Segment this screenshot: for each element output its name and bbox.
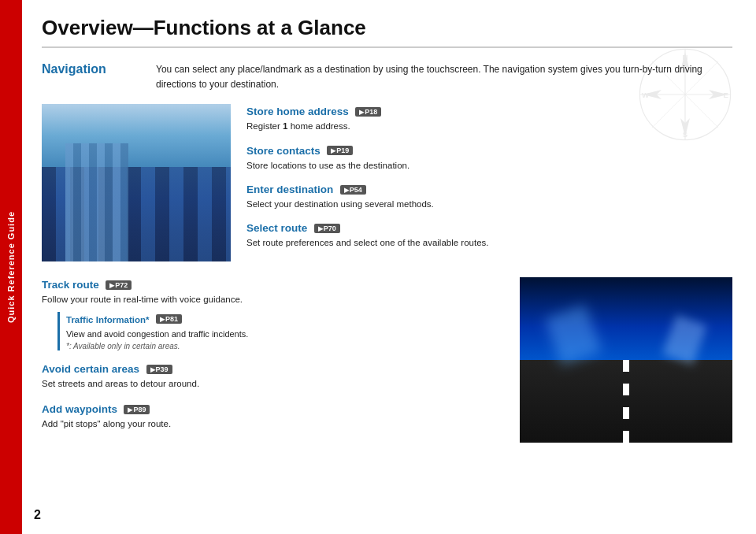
feature-add-waypoints: Add waypoints P89 Add "pit stops" along …: [42, 402, 504, 431]
sidebar-tab: Quick Reference Guide: [0, 0, 22, 534]
feature-title-track-route: Track route: [42, 279, 99, 291]
feature-store-contacts: Store contacts P19 Store locations to us…: [246, 143, 732, 172]
feature-title-enter-destination: Enter destination: [246, 184, 333, 195]
feature-badge-avoid-areas: P39: [146, 365, 172, 374]
feature-enter-destination: Enter destination P54 Select your destin…: [246, 182, 732, 211]
road-image: [520, 277, 732, 443]
feature-title-select-route: Select route: [246, 222, 307, 234]
feature-title-avoid-areas: Avoid certain areas: [42, 363, 139, 375]
svg-text:N: N: [683, 53, 688, 61]
feature-desc-store-contacts: Store locations to use as the destinatio…: [246, 159, 732, 172]
svg-text:W: W: [642, 91, 650, 99]
navigation-content: Store home address P18 Register 1 home a…: [42, 104, 732, 261]
feature-title-store-home: Store home address: [246, 106, 349, 117]
sub-feature-traffic: Traffic Information* P81 View and avoid …: [57, 312, 504, 351]
sub-feature-desc-traffic: View and avoid congestion and traffic in…: [66, 328, 504, 341]
page-title: Overview—Functions at a Glance: [42, 16, 732, 48]
feature-desc-add-waypoints: Add "pit stops" along your route.: [42, 417, 504, 431]
feature-title-add-waypoints: Add waypoints: [42, 403, 117, 415]
building-image: [42, 104, 231, 261]
feature-badge-select-route: P70: [314, 224, 340, 233]
sub-feature-badge-traffic: P81: [156, 314, 182, 324]
feature-select-route: Select route P70 Set route preferences a…: [246, 221, 732, 250]
navigation-section: Navigation You can select any place/land…: [42, 62, 732, 92]
road-light-streaks: [520, 277, 732, 443]
feature-desc-track-route: Follow your route in real-time with voic…: [42, 293, 504, 306]
feature-desc-enter-destination: Select your destination using several me…: [246, 198, 732, 211]
page-number: 2: [34, 508, 41, 522]
feature-title-store-contacts: Store contacts: [246, 145, 321, 157]
feature-avoid-areas: Avoid certain areas P39 Set streets and …: [42, 362, 504, 391]
compass-watermark: N S W E: [638, 47, 732, 142]
bottom-feature-list: Track route P72 Follow your route in rea…: [42, 277, 504, 443]
feature-badge-enter-destination: P54: [340, 185, 366, 195]
bottom-section: Track route P72 Follow your route in rea…: [42, 277, 732, 443]
navigation-label: Navigation: [42, 62, 144, 76]
feature-badge-add-waypoints: P89: [124, 405, 150, 414]
feature-badge-track-route: P72: [106, 280, 132, 290]
feature-desc-select-route: Set route preferences and select one of …: [246, 236, 732, 250]
sub-feature-title-traffic: Traffic Information*: [66, 315, 149, 324]
feature-desc-avoid-areas: Set streets and areas to detour around.: [42, 377, 504, 391]
feature-badge-store-contacts: P19: [327, 146, 353, 155]
sidebar-label: Quick Reference Guide: [6, 211, 16, 323]
svg-text:S: S: [683, 130, 688, 139]
sub-feature-note-traffic: *: Available only in certain areas.: [66, 342, 504, 350]
feature-track-route: Track route P72 Follow your route in rea…: [42, 277, 504, 350]
main-content: N S W E Overview—Functions at a Glance N…: [22, 0, 756, 534]
feature-badge-store-home: P18: [355, 107, 381, 117]
svg-text:E: E: [723, 91, 728, 99]
